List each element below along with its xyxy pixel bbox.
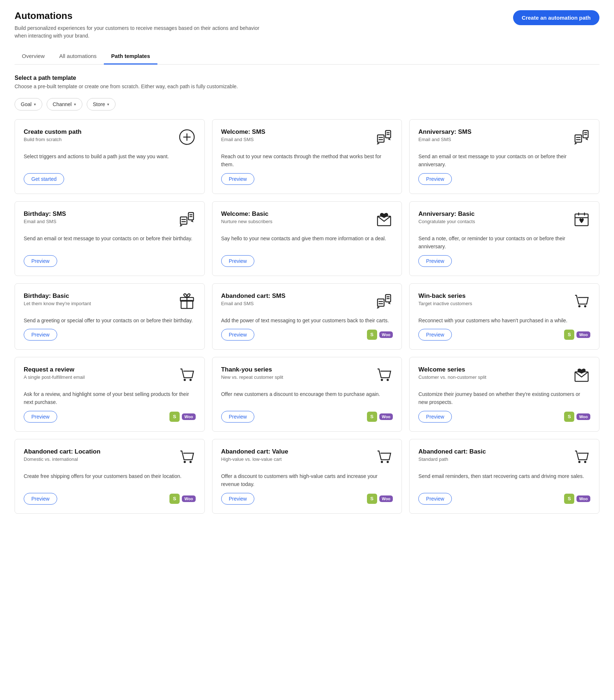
woo-badge: Woo xyxy=(379,495,393,502)
card-desc: Send a greeting or special offer to your… xyxy=(24,316,196,324)
template-card: Birthday: SMS Email and SMS Send an emai… xyxy=(15,201,205,276)
card-subtitle: Email and SMS xyxy=(221,137,266,142)
badge-group: SWoo xyxy=(169,494,196,504)
shopify-badge: S xyxy=(367,412,377,422)
preview-button[interactable]: Preview xyxy=(24,493,57,505)
store-chevron-icon: ▾ xyxy=(107,102,109,107)
card-header: Win-back series Target inactive customer… xyxy=(418,292,590,312)
preview-button[interactable]: Preview xyxy=(418,493,452,505)
woo-badge: Woo xyxy=(379,413,393,420)
card-header: Anniversary: SMS Email and SMS xyxy=(418,128,590,148)
badge-group: SWoo xyxy=(367,412,393,422)
card-title-block: Welcome series Customer vs. non-customer… xyxy=(418,366,486,380)
preview-button[interactable]: Preview xyxy=(221,411,255,423)
preview-button[interactable]: Preview xyxy=(418,255,452,267)
svg-rect-12 xyxy=(575,135,582,142)
preview-button[interactable]: Preview xyxy=(24,329,57,341)
cart-icon xyxy=(375,366,393,386)
channel-filter-label: Channel xyxy=(53,101,72,107)
card-subtitle: Nurture new subscribers xyxy=(221,219,273,224)
svg-point-46 xyxy=(578,461,580,463)
card-footer: Preview SWoo xyxy=(418,329,590,341)
create-automation-button[interactable]: Create an automation path xyxy=(513,10,599,25)
page-title: Automations xyxy=(15,10,270,22)
card-footer: Preview xyxy=(418,173,590,185)
card-subtitle: Email and SMS xyxy=(221,301,286,306)
card-title: Anniversary: SMS xyxy=(418,128,472,136)
shopify-badge: S xyxy=(564,330,574,340)
shopify-badge: S xyxy=(169,494,180,504)
svg-point-42 xyxy=(184,461,186,463)
svg-point-44 xyxy=(381,461,383,463)
card-footer: Preview SWoo xyxy=(221,329,393,341)
card-title: Win-back series xyxy=(418,292,472,300)
card-desc: Ask for a review, and highlight some of … xyxy=(24,390,196,407)
calendar-heart-icon xyxy=(573,210,590,230)
tabs-nav: Overview All automations Path templates xyxy=(15,48,599,65)
preview-button[interactable]: Preview xyxy=(221,493,255,505)
card-desc: Send a note, offer, or reminder to your … xyxy=(418,234,590,251)
card-header: Welcome: SMS Email and SMS xyxy=(221,128,393,148)
card-desc: Offer new customers a discount to encour… xyxy=(221,390,393,407)
heart-email-icon xyxy=(573,366,590,386)
preview-button[interactable]: Preview xyxy=(418,329,452,341)
card-desc: Select triggers and actions to build a p… xyxy=(24,152,196,169)
card-footer: Preview SWoo xyxy=(418,411,590,423)
preview-button[interactable]: Preview xyxy=(418,411,452,423)
badge-group: SWoo xyxy=(564,412,590,422)
card-subtitle: Customer vs. non-customer split xyxy=(418,374,486,380)
template-card: Abandoned cart: SMS Email and SMS Add th… xyxy=(212,283,402,350)
preview-button[interactable]: Preview xyxy=(221,329,255,341)
preview-button[interactable]: Preview xyxy=(221,255,255,267)
preview-button[interactable]: Preview xyxy=(418,173,452,185)
card-title: Request a review xyxy=(24,366,85,373)
heart-email-icon xyxy=(375,210,393,230)
woo-badge: Woo xyxy=(576,495,590,502)
channel-filter[interactable]: Channel ▾ xyxy=(47,98,82,110)
card-desc: Say hello to your new contacts and give … xyxy=(221,234,393,251)
shopify-badge: S xyxy=(367,330,377,340)
store-filter[interactable]: Store ▾ xyxy=(87,98,116,110)
card-title-block: Birthday: SMS Email and SMS xyxy=(24,210,66,224)
template-card: Anniversary: SMS Email and SMS Send an e… xyxy=(409,119,599,194)
template-card: Welcome: SMS Email and SMS Reach out to … xyxy=(212,119,402,194)
card-header: Abandoned cart: SMS Email and SMS xyxy=(221,292,393,312)
get-started-button[interactable]: Get started xyxy=(24,173,64,185)
card-desc: Create free shipping offers for your cus… xyxy=(24,472,196,489)
shopify-badge: S xyxy=(367,494,377,504)
shopify-badge: S xyxy=(169,412,180,422)
tab-path-templates[interactable]: Path templates xyxy=(104,48,157,65)
card-title-block: Abandoned cart: Location Domestic vs. in… xyxy=(24,448,101,462)
templates-grid: Create custom path Build from scratch Se… xyxy=(15,119,599,514)
card-footer: Get started xyxy=(24,173,196,185)
preview-button[interactable]: Preview xyxy=(24,411,57,423)
preview-button[interactable]: Preview xyxy=(221,173,255,185)
svg-point-40 xyxy=(387,379,389,381)
card-desc: Customize their journey based on whether… xyxy=(418,390,590,407)
card-footer: Preview xyxy=(24,329,196,341)
badge-group: SWoo xyxy=(367,494,393,504)
card-header: Birthday: Basic Let them know they're im… xyxy=(24,292,196,312)
card-title: Abandoned cart: Basic xyxy=(418,448,486,455)
card-subtitle: New vs. repeat customer split xyxy=(221,374,283,380)
card-subtitle: Congratulate your contacts xyxy=(418,219,475,224)
card-title: Abandoned cart: Location xyxy=(24,448,101,455)
card-footer: Preview SWoo xyxy=(221,411,393,423)
woo-badge: Woo xyxy=(576,413,590,420)
card-footer: Preview SWoo xyxy=(418,493,590,505)
cart-icon xyxy=(375,448,393,468)
card-header: Welcome: Basic Nurture new subscribers xyxy=(221,210,393,230)
card-subtitle: Standard path xyxy=(418,456,486,462)
card-title: Welcome: SMS xyxy=(221,128,266,136)
card-title-block: Win-back series Target inactive customer… xyxy=(418,292,472,306)
template-card: Win-back series Target inactive customer… xyxy=(409,283,599,350)
tab-all-automations[interactable]: All automations xyxy=(52,48,104,65)
woo-badge: Woo xyxy=(576,331,590,338)
goal-filter[interactable]: Goal ▾ xyxy=(15,98,42,110)
svg-rect-18 xyxy=(180,217,187,224)
tab-overview[interactable]: Overview xyxy=(15,48,52,65)
card-title: Welcome: Basic xyxy=(221,210,273,218)
preview-button[interactable]: Preview xyxy=(24,255,57,267)
shopify-badge: S xyxy=(564,412,574,422)
card-title: Abandoned cart: Value xyxy=(221,448,288,455)
